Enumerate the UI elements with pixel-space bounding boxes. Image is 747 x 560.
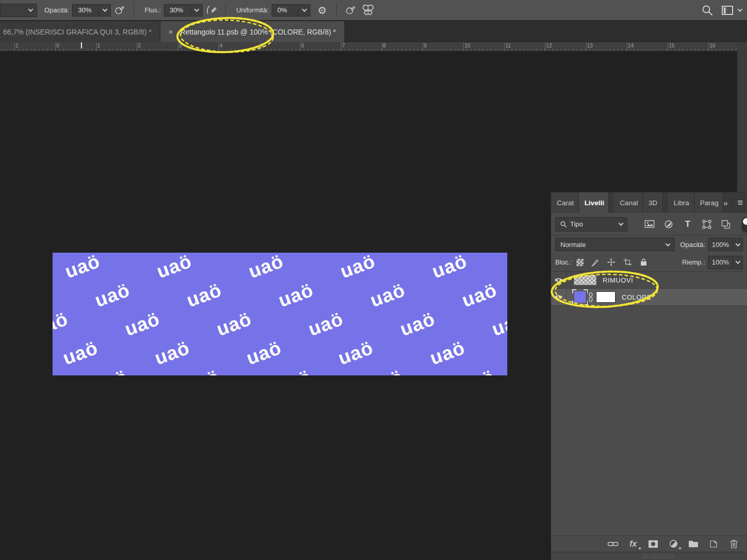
panel-tab-extras: » ≡ bbox=[723, 192, 747, 213]
panel-tab-carattere[interactable]: Carat bbox=[551, 192, 579, 213]
ruler-cursor-indicator bbox=[81, 42, 82, 48]
panel-tab-paragrafo[interactable]: Parag bbox=[694, 192, 723, 213]
chevron-down-icon bbox=[28, 7, 34, 12]
add-layer-mask-button[interactable] bbox=[647, 538, 659, 550]
mask-link-icon[interactable] bbox=[588, 292, 594, 302]
pattern-text: uaö bbox=[145, 333, 200, 373]
dropdown-triangle-icon bbox=[638, 548, 641, 550]
lock-artboard-icon[interactable] bbox=[623, 257, 633, 267]
filter-smart-objects-button[interactable] bbox=[719, 218, 733, 231]
pattern-text: uaö bbox=[177, 275, 232, 316]
paint-symmetry-button[interactable] bbox=[359, 3, 377, 18]
smoothing-dropdown-button[interactable] bbox=[298, 4, 310, 17]
chevron-down-icon[interactable] bbox=[738, 7, 743, 12]
fill-label: Riemp.: bbox=[682, 258, 705, 266]
search-icon bbox=[560, 221, 567, 228]
layer-row-colore[interactable]: COLORE bbox=[551, 289, 747, 306]
pattern-text: uaö bbox=[115, 304, 170, 344]
pattern-text: uaö bbox=[390, 304, 445, 344]
panel-menu-icon[interactable]: ≡ bbox=[737, 197, 743, 208]
folder-icon bbox=[688, 539, 699, 548]
pattern-text: uaö bbox=[450, 362, 505, 375]
panel-tab-3d[interactable]: 3D bbox=[643, 192, 663, 213]
tool-options-bar: Opacità: 30% Flus.: 30% Uniformità: 0% bbox=[0, 0, 747, 21]
layer-filter-type-select[interactable]: Tipo bbox=[555, 217, 627, 232]
opacity-label: Opacità: bbox=[44, 6, 69, 14]
document-tab-active[interactable]: × Rettangolo 11.psb @ 100% (COLORE, RGB/… bbox=[160, 21, 345, 42]
ruler-number: 1 bbox=[15, 43, 19, 48]
panel-opacity-control: 100% bbox=[708, 238, 743, 251]
opacity-value[interactable]: 30% bbox=[72, 4, 99, 17]
delete-layer-button[interactable] bbox=[727, 538, 740, 550]
ruler-number: 10 bbox=[464, 43, 470, 48]
layer-thumbnail-color[interactable] bbox=[574, 291, 586, 303]
document-tab-bar: 66,7% (INSERISCI GRAFICA QUI 3, RGB/8) *… bbox=[0, 21, 747, 42]
close-tab-icon[interactable]: × bbox=[169, 27, 173, 36]
filter-pixel-layers-button[interactable] bbox=[643, 218, 656, 231]
airbrush-button[interactable] bbox=[203, 3, 220, 18]
pressure-size-button[interactable] bbox=[342, 3, 359, 18]
filter-shape-layers-button[interactable] bbox=[700, 218, 713, 231]
flow-value[interactable]: 30% bbox=[164, 4, 191, 17]
chevron-down-icon bbox=[735, 241, 740, 246]
ruler-number: 5 bbox=[260, 43, 263, 48]
artboard[interactable]: uaöuaöuaöuaöuaöuaöuaöuaöuaöuaöuaöuaöuaöu… bbox=[53, 253, 507, 375]
ruler-number: 6 bbox=[301, 43, 304, 48]
more-panels-icon[interactable]: » bbox=[723, 199, 726, 207]
layer-row-rimuovi[interactable]: RIMUOVI bbox=[551, 272, 747, 289]
chevron-down-icon bbox=[666, 241, 671, 246]
document-tab-title: 66,7% (INSERISCI GRAFICA QUI 3, RGB/8) * bbox=[3, 28, 152, 36]
add-adjustment-layer-button[interactable] bbox=[667, 538, 679, 550]
smoothing-value[interactable]: 0% bbox=[272, 4, 298, 17]
ruler-number: 13 bbox=[587, 43, 593, 48]
scrollbar-grip[interactable] bbox=[643, 554, 676, 559]
layer-mask-thumbnail[interactable] bbox=[596, 291, 616, 303]
pattern-text: uaö bbox=[237, 333, 292, 373]
workspace-switcher-icon[interactable] bbox=[721, 4, 734, 17]
pressure-opacity-button[interactable] bbox=[111, 3, 128, 18]
fill-dropdown[interactable] bbox=[733, 256, 743, 269]
panel-tab-livelli[interactable]: Livelli bbox=[579, 192, 609, 213]
panel-tab-libreria[interactable]: Libra bbox=[668, 192, 694, 213]
filter-adjustment-layers-button[interactable] bbox=[662, 218, 675, 231]
blend-mode-select[interactable]: Normale bbox=[555, 238, 675, 251]
layer-styles-button[interactable]: fx bbox=[627, 538, 639, 550]
pattern-text: uaö bbox=[85, 275, 140, 316]
opacity-dropdown-button[interactable] bbox=[98, 4, 111, 17]
layer-thumbnail-transparent[interactable] bbox=[574, 275, 596, 285]
pattern-text: uaö bbox=[147, 253, 202, 287]
layers-empty-area bbox=[551, 306, 747, 535]
ruler: 1012345678910111213141516 bbox=[0, 42, 737, 52]
smoothing-gear-button[interactable]: ⚙ bbox=[313, 3, 331, 18]
lock-all-icon[interactable] bbox=[639, 258, 648, 267]
smart-object-icon bbox=[721, 219, 731, 229]
lock-icons bbox=[576, 257, 648, 267]
flow-dropdown-button[interactable] bbox=[190, 4, 203, 17]
lock-position-icon[interactable] bbox=[606, 257, 616, 267]
visibility-cell[interactable] bbox=[551, 289, 567, 305]
fill-value[interactable]: 100% bbox=[708, 256, 733, 269]
layer-mask-icon bbox=[648, 539, 659, 549]
ruler-number: 1 bbox=[97, 43, 100, 48]
visibility-cell[interactable] bbox=[551, 272, 567, 288]
tool-preset-dropdown[interactable] bbox=[0, 4, 37, 17]
ruler-number: 2 bbox=[138, 43, 141, 48]
lock-pixels-brush-icon[interactable] bbox=[590, 258, 600, 267]
ruler-number: 8 bbox=[383, 43, 386, 48]
flow-control: 30% bbox=[164, 4, 203, 17]
new-layer-button[interactable] bbox=[707, 538, 720, 550]
divider bbox=[225, 4, 226, 17]
chevron-down-icon bbox=[302, 7, 307, 12]
link-layers-button[interactable] bbox=[607, 538, 619, 550]
new-group-button[interactable] bbox=[687, 538, 700, 550]
panel-opacity-value[interactable]: 100% bbox=[708, 238, 733, 251]
document-tab-inactive[interactable]: 66,7% (INSERISCI GRAFICA QUI 3, RGB/8) * bbox=[0, 21, 160, 42]
layer-filter-toggle[interactable] bbox=[742, 217, 747, 233]
filter-type-layers-button[interactable]: T bbox=[681, 218, 694, 231]
panel-opacity-dropdown[interactable] bbox=[733, 238, 743, 251]
butterfly-symmetry-icon bbox=[361, 4, 375, 17]
lock-transparency-icon[interactable] bbox=[576, 259, 584, 266]
layers-panel-footer: fx bbox=[551, 535, 747, 552]
search-icon[interactable] bbox=[701, 4, 713, 17]
panel-tab-canali[interactable]: Canal bbox=[614, 192, 643, 213]
